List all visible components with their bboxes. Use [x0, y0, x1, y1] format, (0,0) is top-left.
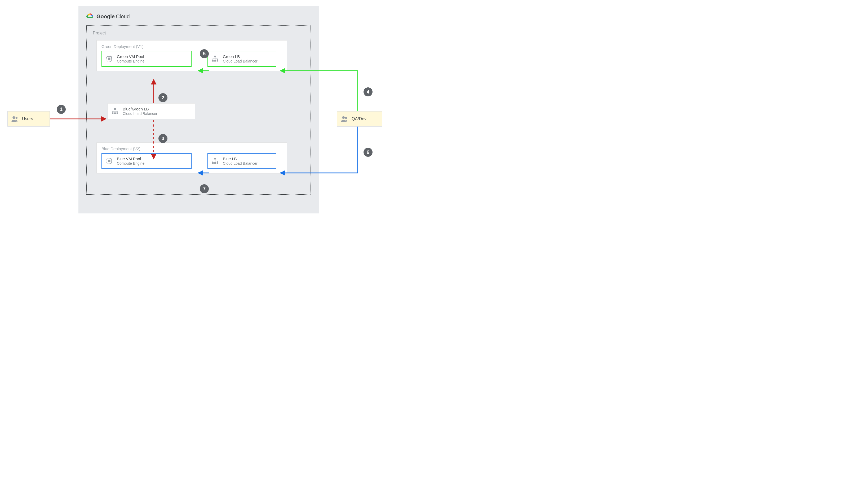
- svg-rect-13: [117, 112, 118, 114]
- badge-4: 4: [364, 87, 373, 96]
- green-deployment: Green Deployment (V1) Green VM Pool Comp…: [96, 40, 287, 71]
- node-title: Blue/Green LB: [123, 107, 157, 111]
- qa-dev-actor: QA/Dev: [337, 111, 382, 127]
- node-title: Blue LB: [223, 157, 257, 161]
- svg-rect-5: [108, 58, 110, 60]
- google-cloud-panel: Google Cloud Project Green Deployment (V…: [79, 6, 319, 214]
- green-deployment-label: Green Deployment (V1): [101, 44, 282, 49]
- project-label: Project: [93, 31, 305, 35]
- blue-deployment: Blue Deployment (V2) Blue VM Pool Comput…: [96, 142, 287, 173]
- project-box: Project Green Deployment (V1) Green VM P: [86, 25, 311, 195]
- node-subtitle: Cloud Load Balancer: [223, 59, 257, 63]
- svg-point-0: [12, 116, 15, 119]
- diagram-canvas: Users QA/Dev Google C: [0, 0, 413, 220]
- node-title: Blue VM Pool: [117, 157, 145, 161]
- cloud-header: Google Cloud: [86, 12, 311, 21]
- svg-rect-17: [212, 162, 214, 164]
- svg-point-3: [345, 117, 347, 119]
- load-balancer-icon: [211, 157, 220, 165]
- users-icon: [340, 115, 349, 123]
- badge-3: 3: [158, 134, 167, 143]
- cloud-title: Google Cloud: [96, 13, 130, 20]
- load-balancer-icon: [211, 54, 220, 63]
- node-title: Green VM Pool: [117, 54, 145, 59]
- compute-engine-icon: [105, 157, 114, 165]
- node-subtitle: Compute Engine: [117, 59, 145, 63]
- load-balancer-icon: [111, 107, 120, 116]
- badge-6: 6: [364, 148, 373, 157]
- blue-vm-pool-node: Blue VM Pool Compute Engine: [101, 153, 192, 169]
- badge-7: 7: [200, 184, 209, 193]
- blue-lb-node: Blue LB Cloud Load Balancer: [208, 153, 276, 169]
- google-cloud-logo-icon: [86, 13, 94, 20]
- badge-2: 2: [158, 93, 167, 102]
- badge-1: 1: [57, 105, 66, 114]
- node-subtitle: Cloud Load Balancer: [123, 111, 157, 116]
- svg-rect-16: [214, 158, 216, 159]
- svg-rect-11: [112, 112, 114, 114]
- green-lb-node: Green LB Cloud Load Balancer: [208, 51, 276, 67]
- node-subtitle: Cloud Load Balancer: [223, 161, 257, 165]
- svg-rect-18: [214, 162, 216, 164]
- badge-5: 5: [200, 49, 209, 58]
- svg-point-1: [16, 117, 18, 119]
- node-subtitle: Compute Engine: [117, 161, 145, 165]
- blue-green-lb-node: Blue/Green LB Cloud Load Balancer: [107, 103, 195, 119]
- users-actor: Users: [7, 111, 50, 127]
- blue-deployment-label: Blue Deployment (V2): [101, 147, 282, 151]
- svg-rect-7: [212, 60, 214, 62]
- svg-rect-19: [217, 162, 218, 164]
- users-icon: [10, 115, 19, 123]
- svg-point-2: [342, 116, 345, 119]
- svg-rect-9: [217, 60, 218, 62]
- node-title: Green LB: [223, 54, 257, 59]
- svg-rect-10: [114, 108, 116, 109]
- svg-rect-8: [214, 60, 216, 62]
- green-vm-pool-node: Green VM Pool Compute Engine: [101, 51, 192, 67]
- compute-engine-icon: [105, 54, 114, 63]
- svg-rect-12: [114, 112, 116, 114]
- qa-dev-label: QA/Dev: [351, 117, 366, 121]
- svg-rect-6: [214, 56, 216, 57]
- users-label: Users: [22, 117, 33, 121]
- svg-rect-15: [108, 160, 110, 162]
